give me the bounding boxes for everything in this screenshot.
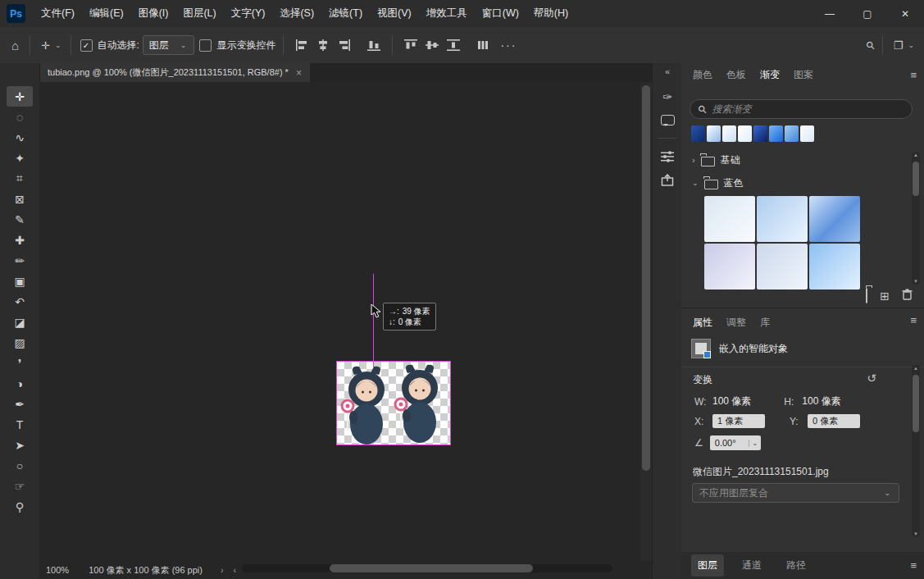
- gradient-folder-blues[interactable]: ⌄ 蓝色: [681, 173, 908, 193]
- gradient-swatch[interactable]: [753, 125, 767, 142]
- document-tab[interactable]: tubiao.png @ 100% (微信图片_20231113151501, …: [39, 63, 310, 82]
- new-folder-button[interactable]: [866, 289, 867, 303]
- tab-channels[interactable]: 通道: [735, 554, 768, 577]
- tab-paths[interactable]: 路径: [780, 554, 812, 577]
- tool-preset-chevron-icon[interactable]: ⌄: [53, 41, 63, 49]
- tab-adjustments[interactable]: 调整: [726, 316, 746, 330]
- collapse-panels-icon[interactable]: «: [665, 66, 670, 76]
- gradient-tile[interactable]: [757, 196, 808, 242]
- search-icon[interactable]: ⚲: [863, 38, 877, 52]
- gradient-tile[interactable]: [704, 244, 755, 290]
- panel-menu-icon[interactable]: ≡: [910, 314, 917, 326]
- tab-libraries[interactable]: 库: [760, 316, 770, 330]
- adjustments-icon[interactable]: [661, 151, 674, 162]
- shape-tool[interactable]: ○: [7, 455, 33, 476]
- more-options-button[interactable]: ···: [494, 39, 523, 52]
- blur-tool[interactable]: ❜: [7, 353, 33, 373]
- properties-scrollbar-thumb[interactable]: [913, 375, 919, 432]
- gradient-tool[interactable]: ▨: [7, 332, 33, 353]
- gradient-swatch[interactable]: [785, 125, 799, 142]
- distribute-vertical-button[interactable]: [443, 37, 464, 53]
- healing-brush-tool[interactable]: ✚: [7, 230, 33, 250]
- menu-item-view[interactable]: 视图(V): [370, 0, 419, 27]
- clone-stamp-tool[interactable]: ▣: [7, 271, 33, 291]
- status-chevron-left-icon[interactable]: ‹: [234, 565, 237, 575]
- gradient-tile[interactable]: [704, 196, 755, 242]
- auto-select-checkbox[interactable]: ✓: [80, 39, 93, 52]
- scroll-down-icon[interactable]: ▼: [912, 531, 920, 536]
- marquee-tool[interactable]: ◌: [7, 107, 33, 127]
- y-input[interactable]: 0 像素: [808, 414, 860, 428]
- home-icon[interactable]: ⌂: [8, 39, 22, 52]
- vertical-scrollbar[interactable]: [640, 82, 652, 561]
- menu-item-select[interactable]: 选择(S): [272, 0, 321, 27]
- current-tool-icon[interactable]: ✛: [38, 39, 53, 52]
- gradient-folder-basics[interactable]: › 基础: [681, 150, 908, 170]
- status-chevron-right-icon[interactable]: ›: [221, 565, 224, 575]
- panel-menu-icon[interactable]: ≡: [910, 559, 917, 572]
- tab-patterns[interactable]: 图案: [794, 68, 813, 82]
- rotation-input[interactable]: 0.00° ⌄: [710, 435, 761, 450]
- export-icon[interactable]: [661, 174, 674, 186]
- gradients-scrollbar-thumb[interactable]: [913, 162, 919, 196]
- canvas-area[interactable]: →:39 像素 ↓:0 像素: [39, 82, 640, 561]
- layer-comp-dropdown[interactable]: 不应用图层复合 ⌄: [692, 483, 899, 503]
- brush-settings-icon[interactable]: ✑: [662, 90, 672, 103]
- height-value[interactable]: 100 像素: [802, 394, 840, 408]
- lasso-tool[interactable]: ∿: [7, 127, 33, 148]
- align-center-horizontal-button[interactable]: [312, 37, 334, 53]
- tab-color[interactable]: 颜色: [693, 68, 712, 82]
- gradient-swatch[interactable]: [722, 125, 736, 142]
- show-transform-checkbox[interactable]: [199, 39, 212, 52]
- panel-menu-icon[interactable]: ≡: [910, 69, 917, 81]
- gradient-tile[interactable]: [809, 244, 860, 290]
- menu-item-image[interactable]: 图像(I): [131, 0, 176, 27]
- align-top-button[interactable]: [400, 37, 421, 53]
- align-bottom-button[interactable]: [363, 37, 385, 53]
- quick-selection-tool[interactable]: ✦: [7, 148, 33, 168]
- type-tool[interactable]: T: [7, 414, 33, 435]
- eraser-tool[interactable]: ◪: [7, 312, 33, 332]
- history-brush-tool[interactable]: ↶: [7, 291, 33, 312]
- crop-tool[interactable]: ⌗: [7, 168, 33, 189]
- workspace-chevron-icon[interactable]: ⌄: [906, 41, 916, 49]
- horizontal-scrollbar[interactable]: [242, 564, 612, 572]
- hand-tool[interactable]: ☞: [7, 476, 33, 496]
- chevron-down-icon[interactable]: ⌄: [749, 440, 761, 447]
- vertical-scrollbar-thumb[interactable]: [642, 85, 650, 471]
- path-selection-tool[interactable]: ➤: [7, 435, 33, 455]
- width-value[interactable]: 100 像素: [712, 394, 751, 408]
- scroll-down-icon[interactable]: ▼: [912, 279, 920, 284]
- gradient-swatch[interactable]: [738, 125, 752, 142]
- menu-item-window[interactable]: 窗口(W): [475, 0, 526, 27]
- delete-button[interactable]: [902, 289, 913, 303]
- align-right-button[interactable]: [334, 37, 355, 53]
- scroll-up-icon[interactable]: ▲: [912, 366, 920, 371]
- gradient-swatch[interactable]: [707, 125, 721, 142]
- close-button[interactable]: ✕: [886, 0, 924, 27]
- brush-tool[interactable]: ✏: [7, 250, 33, 271]
- zoom-level-field[interactable]: 100%: [39, 565, 69, 575]
- gradient-search-field[interactable]: ⚲ 搜索渐变: [690, 99, 913, 119]
- align-center-vertical-button[interactable]: [421, 37, 443, 53]
- gradient-swatch[interactable]: [769, 125, 783, 142]
- tab-swatches[interactable]: 色板: [726, 68, 746, 82]
- pen-tool[interactable]: ✒: [7, 394, 33, 414]
- gradient-swatch[interactable]: [800, 125, 814, 142]
- frame-tool[interactable]: ⊠: [7, 189, 33, 209]
- close-tab-icon[interactable]: ×: [296, 67, 302, 79]
- canvas-image[interactable]: [336, 361, 451, 445]
- dodge-tool[interactable]: ◑: [7, 373, 33, 394]
- auto-select-target-dropdown[interactable]: 图层 ⌄: [143, 35, 195, 55]
- menu-item-help[interactable]: 帮助(H): [526, 0, 576, 27]
- move-tool[interactable]: ✛: [7, 86, 33, 107]
- minimize-button[interactable]: —: [811, 0, 849, 27]
- x-input[interactable]: 1 像素: [712, 414, 765, 428]
- scroll-up-icon[interactable]: ▲: [912, 153, 920, 157]
- workspace-icon[interactable]: ❐: [890, 39, 907, 52]
- gradient-swatch[interactable]: [691, 125, 705, 142]
- properties-scrollbar[interactable]: ▲ ▼: [912, 365, 920, 537]
- tab-layers[interactable]: 图层: [691, 554, 724, 577]
- distribute-horizontal-button[interactable]: [472, 37, 494, 53]
- eyedropper-tool[interactable]: ✎: [7, 209, 33, 230]
